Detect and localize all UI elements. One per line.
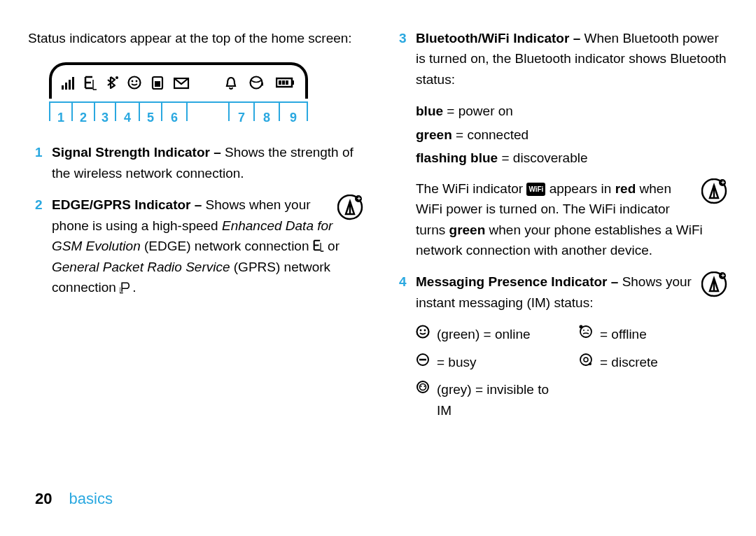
section-name: basics: [69, 490, 113, 507]
item-4: 4 Messaging Presence Indicator – Shows y…: [392, 271, 728, 313]
antenna-icon: [701, 178, 728, 205]
im-invisible: (grey) = invisible to IM: [416, 379, 565, 421]
item-number: 3: [392, 28, 416, 90]
item-title: Bluetooth/WiFi Indicator –: [416, 31, 584, 45]
im-offline: = offline: [579, 324, 728, 344]
item-3: 3 Bluetooth/WiFi Indicator – When Blueto…: [392, 28, 728, 90]
callout-7: 7: [228, 103, 253, 121]
item-text: Messaging Presence Indicator – Shows you…: [416, 271, 728, 313]
item-text: EDGE/GPRS Indicator – Shows when your ph…: [52, 195, 364, 297]
im-status-grid: (green) = online = offline = busy = disc…: [416, 324, 728, 421]
item-title: EDGE/GPRS Indicator –: [52, 197, 206, 212]
wifi-chip-icon: WiFi: [526, 183, 545, 197]
item-number: 1: [28, 142, 52, 183]
callout-2: 2: [71, 103, 94, 121]
callout-8: 8: [253, 103, 279, 121]
offline-icon: [579, 325, 593, 339]
callout-6: 6: [161, 103, 186, 121]
callout-9: 9: [279, 103, 308, 121]
status-icons-left: [62, 76, 190, 91]
alert-icon: [224, 76, 239, 91]
status-bar-figure: 1 2 3 4 5 6 7 8 9: [49, 62, 308, 121]
callout-5: 5: [139, 103, 161, 121]
status-bar: [49, 62, 308, 99]
bt-status-list: blue = power on green = connected flashi…: [416, 101, 728, 168]
antenna-icon: [337, 195, 364, 221]
sim-icon: [151, 76, 165, 91]
page-number: 20: [35, 490, 52, 507]
edge-glyph-icon: [313, 239, 324, 253]
smile-icon: [416, 325, 430, 339]
callout-gap: [186, 103, 228, 121]
item-title: Signal Strength Indicator –: [52, 145, 225, 160]
im-busy: = busy: [416, 352, 565, 372]
edge-icon: [84, 76, 98, 91]
battery-icon: [276, 76, 295, 91]
gprs-glyph-icon: [120, 281, 132, 295]
item-number: 4: [392, 271, 416, 313]
left-column: Status indicators appear at the top of t…: [28, 28, 364, 421]
busy-icon: [416, 353, 430, 367]
item-title: Messaging Presence Indicator –: [416, 274, 622, 289]
item-text: Bluetooth/WiFi Indicator – When Bluetoot…: [416, 28, 728, 90]
bluetooth-icon: [106, 76, 119, 91]
callout-3: 3: [94, 103, 115, 121]
signal-icon: [62, 76, 76, 91]
message-icon: [174, 76, 190, 91]
intro-text: Status indicators appear at the top of t…: [28, 28, 364, 48]
page-footer: 20 basics: [35, 490, 113, 508]
discrete-icon: [579, 353, 593, 367]
im-online: (green) = online: [416, 324, 565, 344]
item-text: Signal Strength Indicator – Shows the st…: [52, 142, 364, 183]
im-discrete: = discrete: [579, 352, 728, 372]
item-1: 1 Signal Strength Indicator – Shows the …: [28, 142, 364, 183]
item-2: 2 EDGE/GPRS Indicator – Shows when your …: [28, 195, 364, 297]
antenna-icon: [701, 271, 728, 298]
right-column: 3 Bluetooth/WiFi Indicator – When Blueto…: [392, 28, 728, 421]
status-icons-right: [224, 76, 295, 91]
item-number: 2: [28, 195, 52, 297]
wifi-paragraph: The WiFi indicator WiFi appears in red w…: [392, 178, 728, 261]
roam-icon: [249, 76, 266, 91]
callout-1: 1: [49, 103, 71, 121]
callout-bar: 1 2 3 4 5 6 7 8 9: [49, 101, 308, 121]
page-columns: Status indicators appear at the top of t…: [28, 28, 728, 421]
callout-4: 4: [115, 103, 139, 121]
presence-icon: [127, 76, 143, 91]
invisible-icon: [416, 380, 430, 394]
